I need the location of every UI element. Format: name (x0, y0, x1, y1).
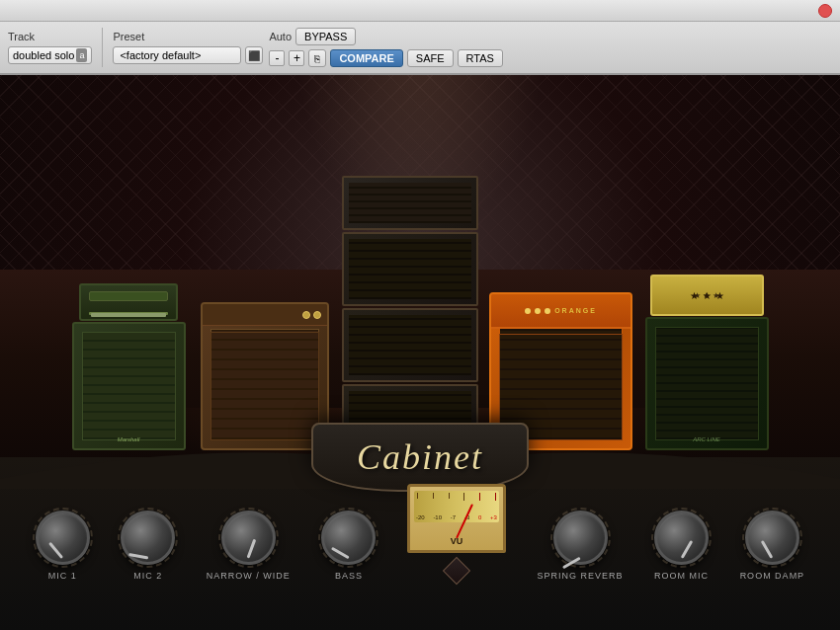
spring-reverb-label: SPRING REVERB (538, 571, 624, 581)
stack-unit-1 (342, 176, 478, 230)
control-panel: Cabinet MIC 1 MIC 2 NARROW / WIDE B (0, 457, 840, 630)
bypass-button[interactable]: BYPASS (295, 28, 356, 45)
cabinet-text: Cabinet (357, 436, 483, 478)
room-damp-group: ROOM DAMP (740, 511, 805, 581)
amp-right-cab[interactable]: ★ ★ ★ ARC LINE (642, 275, 771, 450)
narrow-wide-label: NARROW / WIDE (207, 571, 291, 581)
room-mic-group: ROOM MIC (654, 511, 709, 581)
preset-section: Preset <factory default> ⬛ (113, 31, 263, 64)
auto-row: Auto BYPASS (269, 28, 502, 45)
spring-reverb-knob[interactable] (553, 511, 608, 565)
narrow-wide-knob[interactable] (221, 511, 276, 565)
minus-button[interactable]: - (269, 50, 285, 66)
room-mic-knob[interactable] (654, 511, 709, 565)
mic2-label: MIC 2 (133, 571, 162, 581)
track-section: Track doubled solo a (8, 31, 92, 64)
stack-unit-3 (342, 308, 478, 382)
mic2-knob[interactable] (121, 511, 175, 565)
spring-reverb-group: SPRING REVERB (538, 511, 624, 581)
combo-body (201, 302, 329, 450)
mic1-knob[interactable] (36, 511, 90, 565)
auto-section: Auto BYPASS - + ⎘ COMPARE SAFE RTAS (269, 28, 502, 67)
amp-marshall[interactable]: Marshall (69, 283, 188, 450)
mic1-group: MIC 1 (36, 511, 90, 581)
safe-button[interactable]: SAFE (407, 49, 454, 67)
divider-1 (102, 28, 103, 67)
bass-group: BASS (321, 511, 376, 581)
bass-knob[interactable] (321, 511, 376, 565)
track-value: doubled solo (13, 49, 74, 61)
amp-stack[interactable] (341, 176, 479, 460)
compare-button[interactable]: COMPARE (330, 49, 402, 67)
close-button[interactable] (818, 4, 832, 18)
track-row: doubled solo a (8, 46, 92, 64)
plus-button[interactable]: + (289, 50, 304, 66)
track-dropdown[interactable]: doubled solo a (8, 46, 92, 64)
preset-value: <factory default> (120, 49, 201, 61)
title-bar (0, 0, 840, 22)
vu-group: -20 -10 -7 -3 0 +3 (407, 484, 506, 581)
plugin-main: Marshall (0, 75, 840, 630)
toolbar: Track doubled solo a Preset <factory def… (0, 22, 840, 75)
vu-diamond (443, 557, 470, 585)
preset-label: Preset (113, 31, 263, 42)
right-head: ★ ★ ★ (650, 275, 764, 316)
knobs-row: MIC 1 MIC 2 NARROW / WIDE BASS (0, 484, 840, 581)
vu-meter[interactable]: -20 -10 -7 -3 0 +3 (407, 484, 506, 553)
preset-dropdown[interactable]: <factory default> (113, 46, 241, 64)
copy-icon[interactable]: ⎘ (308, 49, 326, 67)
rtas-button[interactable]: RTAS (458, 49, 503, 67)
mic1-label: MIC 1 (48, 571, 77, 581)
preset-save-icon[interactable]: ⬛ (245, 46, 263, 64)
stack-unit-2 (342, 232, 478, 306)
mic2-group: MIC 2 (121, 511, 175, 581)
preset-row: <factory default> ⬛ (113, 46, 263, 64)
vu-label: VU (451, 536, 463, 546)
track-label: Track (8, 31, 92, 42)
room-mic-label: ROOM MIC (654, 571, 709, 581)
auto-label: Auto (269, 31, 292, 42)
bass-label: BASS (335, 571, 363, 581)
room-damp-label: ROOM DAMP (740, 571, 805, 581)
narrow-wide-group: NARROW / WIDE (207, 511, 291, 581)
room-damp-knob[interactable] (745, 511, 799, 565)
marshall-head (79, 283, 178, 321)
track-badge: a (76, 48, 87, 62)
cabinet-badge: Cabinet (311, 423, 529, 492)
bottom-row: - + ⎘ COMPARE SAFE RTAS (269, 49, 502, 67)
